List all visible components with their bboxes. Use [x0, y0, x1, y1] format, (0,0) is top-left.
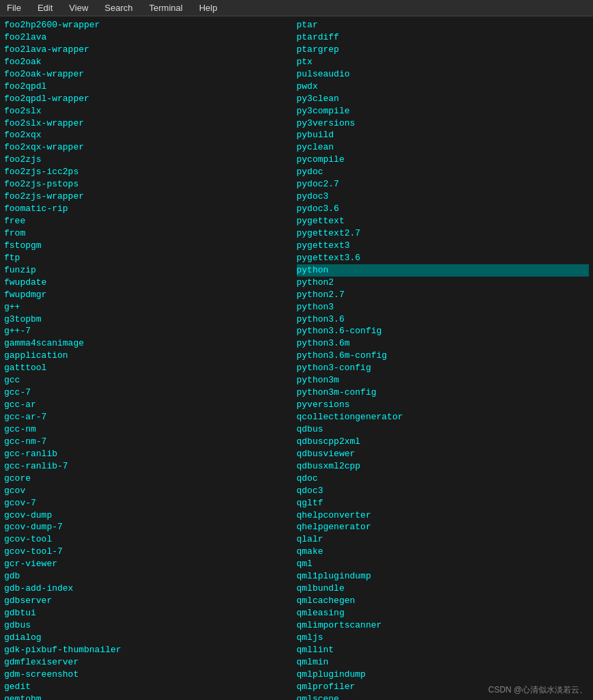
- list-item: fwupdmgr: [4, 289, 297, 301]
- list-item: foo2qpdl-wrapper: [4, 93, 297, 105]
- list-item: gcov-7: [4, 497, 297, 509]
- list-item: qdbusxml2cpp: [297, 460, 590, 473]
- list-item: qhelpconverter: [297, 509, 590, 522]
- menu-file[interactable]: File: [3, 1, 25, 14]
- list-item: pydoc3: [297, 191, 590, 203]
- list-item: gcc-ar-7: [4, 411, 297, 423]
- list-item: free: [4, 215, 297, 227]
- list-item: qlalr: [297, 533, 590, 546]
- list-item: pyversions: [297, 399, 590, 411]
- list-item: gdk-pixbuf-thumbnailer: [4, 644, 297, 656]
- list-item: gdbserver: [4, 595, 297, 607]
- list-item: qmlcachegen: [297, 595, 590, 607]
- list-item: qml1plugindump: [297, 570, 590, 583]
- menu-search[interactable]: Search: [100, 1, 136, 14]
- list-item: foomatic-rip: [4, 203, 297, 215]
- list-item: python2: [297, 277, 590, 289]
- list-item: python3.6-config: [297, 325, 590, 337]
- list-item: pygettext2.7: [297, 227, 590, 240]
- list-item: gdmflexiserver: [4, 656, 297, 669]
- list-item: python2.7: [297, 289, 590, 301]
- list-item: qdbus: [297, 423, 590, 436]
- list-item: gdbus: [4, 619, 297, 632]
- list-item: foo2slx: [4, 105, 297, 117]
- terminal-content: foo2hp2600-wrapperfoo2lavafoo2lava-wrapp…: [0, 16, 593, 700]
- list-item: qcollectiongenerator: [297, 411, 590, 423]
- list-item: qdoc3: [297, 485, 590, 497]
- list-item: pydoc3.6: [297, 203, 590, 215]
- list-item: ptar: [297, 19, 590, 31]
- list-item: qhelpgenerator: [297, 521, 590, 533]
- list-item: ftp: [4, 252, 297, 264]
- list-item: gcov-tool: [4, 533, 297, 546]
- list-item: python3.6: [297, 313, 590, 326]
- list-item: foo2oak: [4, 56, 297, 68]
- list-item: foo2qpdl: [4, 81, 297, 93]
- list-item: python: [297, 264, 590, 277]
- list-item: g3topbm: [4, 313, 297, 326]
- list-item: pyclean: [297, 141, 590, 154]
- list-item: from: [4, 227, 297, 240]
- watermark: CSDN @心清似水淡若云、: [488, 684, 588, 696]
- list-item: qmlplugindump: [297, 669, 590, 681]
- list-item: gdm-screenshot: [4, 669, 297, 681]
- list-item: gdb-add-index: [4, 583, 297, 595]
- list-item: foo2xqx: [4, 129, 297, 141]
- list-item: foo2zjs: [4, 154, 297, 166]
- list-item: fstopgm: [4, 240, 297, 252]
- list-item: pwdx: [297, 81, 590, 93]
- list-item: qmlmin: [297, 656, 590, 669]
- list-item: pycompile: [297, 154, 590, 166]
- list-item: gatttool: [4, 362, 297, 374]
- list-item: g++-7: [4, 325, 297, 337]
- list-item: foo2zjs-icc2ps: [4, 166, 297, 178]
- list-item: gdbtui: [4, 607, 297, 619]
- list-item: qmljs: [297, 632, 590, 644]
- list-item: qdbusviewer: [297, 448, 590, 460]
- list-item: python3: [297, 301, 590, 313]
- list-item: gapplication: [4, 350, 297, 362]
- list-item: fwupdate: [4, 277, 297, 289]
- list-item: gcc-nm: [4, 423, 297, 436]
- list-item: qmleasing: [297, 607, 590, 619]
- list-item: gamma4scanimage: [4, 337, 297, 350]
- list-item: foo2zjs-wrapper: [4, 191, 297, 203]
- list-item: gcov-tool-7: [4, 546, 297, 558]
- list-item: py3versions: [297, 117, 590, 130]
- list-item: python3-config: [297, 362, 590, 374]
- list-item: pygettext: [297, 215, 590, 227]
- list-item: python3m: [297, 374, 590, 387]
- list-item: python3m-config: [297, 387, 590, 399]
- list-item: foo2zjs-pstops: [4, 178, 297, 191]
- list-item: gemtobm: [4, 693, 297, 700]
- menu-help[interactable]: Help: [195, 1, 222, 14]
- list-item: py3clean: [297, 93, 590, 105]
- list-item: funzip: [4, 264, 297, 277]
- list-item: gcc-7: [4, 387, 297, 399]
- list-item: ptargrep: [297, 44, 590, 56]
- list-item: pydoc2.7: [297, 178, 590, 191]
- list-item: pygettext3: [297, 240, 590, 252]
- list-item: gcc: [4, 374, 297, 387]
- list-item: gcore: [4, 473, 297, 485]
- list-item: foo2xqx-wrapper: [4, 141, 297, 154]
- list-item: gdialog: [4, 632, 297, 644]
- list-item: qgltf: [297, 497, 590, 509]
- list-item: qmlimportscanner: [297, 619, 590, 632]
- list-item: ptx: [297, 56, 590, 68]
- menu-terminal[interactable]: Terminal: [145, 1, 187, 14]
- list-item: pybuild: [297, 129, 590, 141]
- list-item: qdoc: [297, 473, 590, 485]
- list-item: qmlbundle: [297, 583, 590, 595]
- list-item: foo2hp2600-wrapper: [4, 19, 297, 31]
- list-item: gedit: [4, 681, 297, 693]
- list-item: pygettext3.6: [297, 252, 590, 264]
- list-item: qml: [297, 558, 590, 570]
- list-item: ptardiff: [297, 31, 590, 44]
- list-item: pulseaudio: [297, 68, 590, 81]
- menu-edit[interactable]: Edit: [33, 1, 57, 14]
- col1: foo2hp2600-wrapperfoo2lavafoo2lava-wrapp…: [4, 19, 297, 697]
- list-item: gcc-ar: [4, 399, 297, 411]
- list-item: qmake: [297, 546, 590, 558]
- menu-view[interactable]: View: [65, 1, 92, 14]
